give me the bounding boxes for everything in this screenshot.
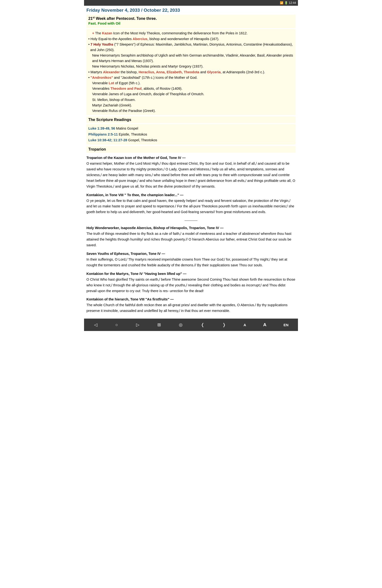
signal-icon: 📶	[280, 1, 283, 4]
troparion-header: Troparion	[87, 146, 295, 153]
scripture-desc-3: Gospel, Theotokos	[128, 138, 157, 142]
time-display: 12:44	[289, 1, 296, 4]
troparion-abercius: Holy Wonderworker, Isapostle Abercius, B…	[87, 225, 295, 248]
link-kazan[interactable]: Kazan	[102, 31, 112, 35]
main-content: Friday November 4, 2033 / October 22, 20…	[84, 6, 298, 318]
week-info: 21st Week after Pentecost. Tone three.	[88, 16, 294, 21]
scripture-desc-2: Epistle, Theotokos	[119, 132, 147, 136]
comm-zachariah: Martyr Zachariah (Greek).	[87, 103, 294, 108]
kontakion-1: Kontakion, in Tone VIII " To thee, the c…	[87, 192, 295, 215]
link-alexander[interactable]: Alexander	[103, 70, 120, 74]
comm-abercius: • Holy Equal-to-the-Apostles Abercius, b…	[87, 36, 294, 42]
troparion-kazan: Troparion of the Kazan Icon of the Mothe…	[87, 155, 295, 189]
troparion-seven-youths-body: In their sufferings, O Lord,/ Thy martyr…	[87, 257, 295, 268]
chev-left-button[interactable]: ❬	[198, 321, 207, 328]
grid-button[interactable]: ⊞	[155, 321, 163, 328]
comm-lot: Venerable Lot of Egypt (5th c.).	[87, 81, 294, 86]
seven-holy-youths-label: 7 Holy Youths	[90, 42, 113, 46]
home-button[interactable]: ○	[113, 321, 120, 328]
forward-button[interactable]: ▷	[134, 321, 142, 328]
troparion-seven-youths-title: Seven Youths of Ephesus, Troparion, Tone…	[87, 251, 295, 257]
scripture-readings-list: Luke 1:39-49, 56 Matins Gospel Philippia…	[87, 124, 295, 145]
link-glyceria[interactable]: Glyceria	[207, 70, 221, 74]
scripture-readings-header: The Scripture Readings	[87, 116, 295, 123]
chev-right-button[interactable]: ❭	[220, 321, 228, 328]
circle-button[interactable]: ◎	[177, 321, 185, 328]
troparion-kazan-title: Troparion of the Kazan Icon of the Mothe…	[87, 155, 295, 161]
commemorations-list: + The Kazan Icon of the Most Holy Theoko…	[87, 29, 295, 115]
troparion-kazan-body: O earnest helper, Mother of the Lord Mos…	[87, 161, 295, 189]
link-abercius[interactable]: Abercius	[133, 37, 148, 41]
link-lot[interactable]: Lot	[109, 81, 114, 85]
kontakion-martyrs-title: Kontakion for the Martyrs, Tone IV "Havi…	[87, 271, 295, 277]
comm-7youths: • 7 Holy Youths ("7 Sleepers") of Ephesu…	[87, 42, 294, 53]
kontakion-hierarch-body: The whole Church of the faithful doth re…	[87, 302, 295, 314]
kontakion-1-body: O ye people, let us flee to that calm an…	[87, 198, 295, 215]
week-fast-section: 21st Week after Pentecost. Tone three. F…	[87, 15, 295, 28]
link-heraclius[interactable]: Heraclius, Anna, Elizabeth, Theodota	[139, 70, 199, 74]
battery-icon: 🔋	[284, 1, 288, 4]
kontakion-hierarch: Kontakion of the hierarch, Tone VIII "As…	[87, 297, 295, 314]
scripture-item-3: Luke 10:38-42; 11:27-28 Gospel, Theotoko…	[88, 137, 294, 143]
font-large-button[interactable]: A	[261, 321, 268, 328]
troparion-abercius-body: The truth of things revealed thee to thy…	[87, 231, 295, 248]
font-small-button[interactable]: A	[242, 322, 248, 328]
status-bar: 📶 🔋 12:44	[84, 0, 298, 6]
scripture-ref-1[interactable]: Luke 1:39-49, 56	[88, 126, 115, 130]
scripture-item-2: Philippians 2:5-11 Epistle, Theotokos	[88, 131, 294, 137]
comm-rufus: Venerable Rufus of the Paradise (Greek).	[87, 108, 294, 114]
bottom-nav: ◁ ○ ▷ ⊞ ◎ ❬ ❭ A A EN	[84, 318, 298, 331]
language-button[interactable]: EN	[281, 322, 290, 328]
scripture-desc-1: Matins Gospel	[116, 126, 138, 130]
troparion-abercius-title: Holy Wonderworker, Isapostle Abercius, B…	[87, 225, 295, 231]
back-button[interactable]: ◁	[92, 321, 100, 328]
kontakion-1-title: Kontakion, in Tone VIII " To thee, the c…	[87, 192, 295, 198]
date-heading: Friday November 4, 2033 / October 22, 20…	[87, 8, 295, 13]
comm-seraphim: New Hieromartyrs Seraphim archbishop of …	[87, 53, 294, 64]
comm-mellon: St. Mellon, bishop of Rouen.	[87, 97, 294, 103]
scripture-ref-2[interactable]: Philippians 2:5-11	[88, 132, 118, 136]
kontakion-martyrs-body: O Christ Who hast glorified Thy saints o…	[87, 277, 295, 294]
fast-info: Fast. Food with Oil	[88, 21, 294, 25]
comm-kazan: + The Kazan Icon of the Most Holy Theoko…	[87, 31, 294, 36]
week-number: 21	[88, 17, 93, 21]
week-text: Week after Pentecost. Tone three.	[95, 17, 157, 21]
scripture-item-1: Luke 1:39-49, 56 Matins Gospel	[88, 126, 294, 131]
kontakion-hierarch-title: Kontakion of the hierarch, Tone VIII "As…	[87, 297, 295, 302]
week-superscript: st	[93, 16, 95, 19]
section-divider: ———	[87, 218, 295, 223]
kontakion-martyrs: Kontakion for the Martyrs, Tone IV "Havi…	[87, 271, 295, 294]
status-icons: 📶 🔋 12:44	[280, 1, 296, 4]
comm-alexander: • Martyrs Alexander the bishop, Heracliu…	[87, 69, 294, 75]
troparion-seven-youths: Seven Youths of Ephesus, Troparion, Tone…	[87, 251, 295, 268]
link-theodore-paul[interactable]: Theodore and Paul	[111, 87, 142, 90]
comm-andronikos: • "Andronikos" and "Jacobshtad" (17th c.…	[87, 75, 294, 81]
scripture-ref-3[interactable]: Luke 10:38-42; 11:27-28	[88, 138, 127, 142]
comm-theodore: Venerables Theodore and Paul, abbots, of…	[87, 86, 294, 91]
comm-james: Venerable James of Luga and Omutch, disc…	[87, 91, 294, 97]
link-andronikos[interactable]: "Andronikos"	[90, 76, 113, 80]
comm-nicholas: New Hieromartyrs Nicholas, Nicholas prie…	[87, 64, 294, 69]
